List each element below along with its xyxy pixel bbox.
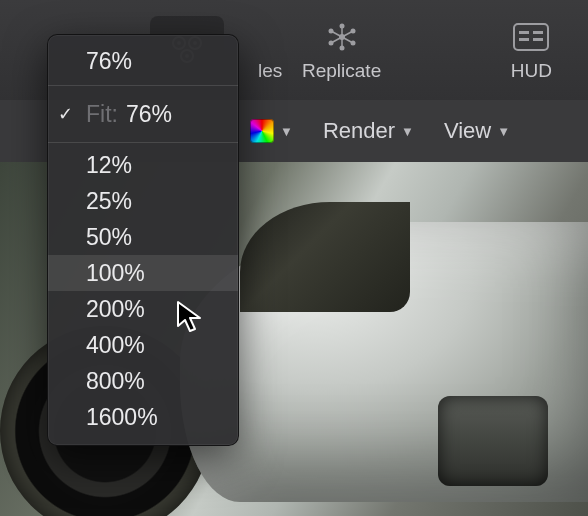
zoom-menu-header[interactable]: 76% xyxy=(48,41,238,81)
menu-divider xyxy=(48,142,238,143)
svg-line-15 xyxy=(331,31,342,37)
svg-rect-20 xyxy=(519,31,529,34)
render-menu-button[interactable]: Render ▼ xyxy=(323,118,414,144)
zoom-preset-item[interactable]: 50% xyxy=(48,219,238,255)
zoom-preset-label: 25% xyxy=(86,188,132,215)
zoom-preset-item[interactable]: 12% xyxy=(48,147,238,183)
zoom-preset-item[interactable]: 25% xyxy=(48,183,238,219)
color-picker-button[interactable]: ▼ xyxy=(250,119,293,143)
svg-line-18 xyxy=(342,37,353,43)
hud-button[interactable]: HUD xyxy=(487,0,576,100)
zoom-preset-item[interactable]: 100% xyxy=(48,255,238,291)
view-label: View xyxy=(444,118,491,144)
zoom-fit-value: 76% xyxy=(126,101,172,128)
check-icon: ✓ xyxy=(58,103,73,125)
car-window xyxy=(240,202,410,312)
zoom-menu-fit-row[interactable]: ✓ Fit: 76% xyxy=(48,90,238,138)
chevron-down-icon: ▼ xyxy=(497,124,510,139)
view-menu-button[interactable]: View ▼ xyxy=(444,118,510,144)
zoom-preset-label: 50% xyxy=(86,224,132,251)
svg-line-16 xyxy=(342,31,353,37)
menu-divider xyxy=(48,85,238,86)
zoom-preset-label: 12% xyxy=(86,152,132,179)
color-swatch-icon xyxy=(250,119,274,143)
zoom-preset-item[interactable]: 1600% xyxy=(48,399,238,435)
car-vent xyxy=(438,396,548,486)
svg-rect-19 xyxy=(514,24,548,50)
svg-rect-22 xyxy=(533,31,543,34)
svg-line-17 xyxy=(331,37,342,43)
chevron-down-icon: ▼ xyxy=(280,124,293,139)
replicate-icon xyxy=(325,18,359,56)
zoom-preset-item[interactable]: 800% xyxy=(48,363,238,399)
zoom-preset-item[interactable]: 200% xyxy=(48,291,238,327)
replicate-button[interactable]: Replicate xyxy=(278,0,405,100)
zoom-fit-prefix: Fit: xyxy=(86,101,118,128)
zoom-level-menu[interactable]: 76% ✓ Fit: 76% 12%25%50%100%200%400%800%… xyxy=(47,34,239,446)
render-label: Render xyxy=(323,118,395,144)
zoom-preset-label: 800% xyxy=(86,368,145,395)
svg-rect-21 xyxy=(519,38,529,41)
zoom-preset-label: 200% xyxy=(86,296,145,323)
hud-icon xyxy=(513,18,549,56)
zoom-preset-label: 1600% xyxy=(86,404,158,431)
zoom-header-value: 76% xyxy=(86,48,132,75)
zoom-preset-item[interactable]: 400% xyxy=(48,327,238,363)
zoom-preset-list: 12%25%50%100%200%400%800%1600% xyxy=(48,147,238,435)
zoom-preset-label: 100% xyxy=(86,260,145,287)
toolbar-label: Replicate xyxy=(302,60,381,82)
chevron-down-icon: ▼ xyxy=(401,124,414,139)
svg-rect-23 xyxy=(533,38,543,41)
toolbar-label: HUD xyxy=(511,60,552,82)
zoom-preset-label: 400% xyxy=(86,332,145,359)
